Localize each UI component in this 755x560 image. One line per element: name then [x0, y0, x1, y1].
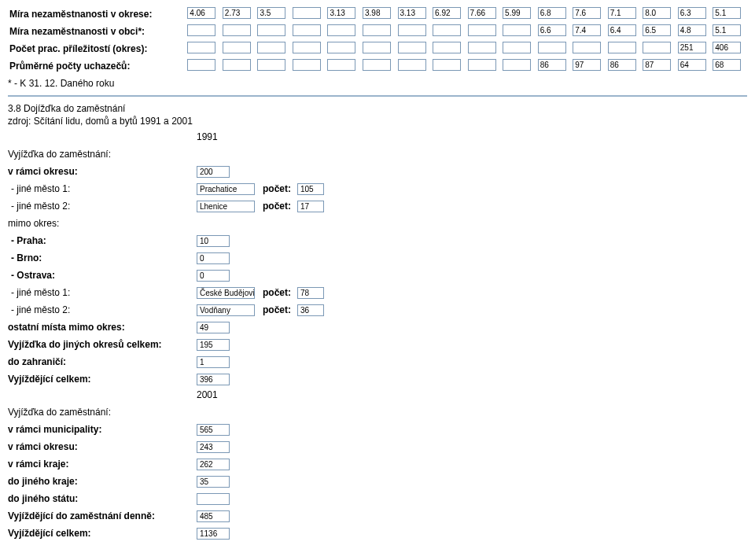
section-divider	[8, 95, 747, 97]
stat-cell	[223, 42, 251, 53]
stat-cell: 7.1	[608, 7, 636, 19]
r1991-label: do zahraničí:	[8, 356, 197, 367]
stat-cell: 3.13	[327, 7, 355, 19]
stat-cell: 7.4	[573, 24, 601, 36]
r1991-label: - jiné město 2:	[8, 304, 197, 315]
stat-cell: 68	[713, 59, 741, 71]
r2001-value-field: 565	[197, 424, 230, 436]
stat-cell	[187, 42, 215, 53]
stat-cell: 6.92	[433, 7, 461, 19]
stat-cell: 251	[678, 42, 706, 53]
r1991-city-field: Vodňany	[197, 304, 255, 316]
r2001-value-field	[197, 493, 230, 505]
stat-cell	[468, 59, 496, 71]
section-3-8-source: zdroj: Sčítání lidu, domů a bytů 1991 a …	[8, 116, 747, 127]
commute-subhead-2001: Vyjížďka do zaměstnání:	[8, 407, 197, 418]
stat-cell: 6.5	[643, 24, 671, 36]
stat-cell	[327, 42, 355, 53]
stat-cell	[433, 24, 461, 36]
stat-cell: 3.13	[398, 7, 426, 19]
r1991-label: - Brno:	[8, 252, 197, 263]
stat-cell	[257, 42, 285, 53]
stat-cell: 5.1	[713, 24, 741, 36]
r1991-label: mimo okres:	[8, 218, 197, 229]
stat-cell: 97	[573, 59, 601, 71]
stat-cell	[327, 24, 355, 36]
r2001-label: v rámci kraje:	[8, 459, 197, 470]
year-1991-label: 1991	[197, 131, 747, 142]
stat-cell	[223, 59, 251, 71]
r2001-value-field: 35	[197, 476, 230, 488]
r2001-value-field: 243	[197, 441, 230, 453]
stat-cell	[187, 59, 215, 71]
stat-cell	[363, 24, 391, 36]
r1991-label: - Praha:	[8, 235, 197, 246]
r1991-count-field: 17	[297, 201, 324, 212]
stat-cell	[433, 42, 461, 53]
stat-cell	[257, 24, 285, 36]
stat-cell	[327, 59, 355, 71]
stat-cell	[398, 24, 426, 36]
r2001-label: Vyjíždějící do zaměstnání denně:	[8, 510, 197, 521]
stat-cell: 6.4	[608, 24, 636, 36]
stat-cell	[293, 7, 321, 19]
stat-cell	[643, 42, 671, 53]
r2001-value-field: 262	[197, 459, 230, 470]
r1991-label: Vyjíždějící celkem:	[8, 374, 197, 385]
stat-cell	[223, 24, 251, 36]
stat-cell	[257, 59, 285, 71]
stat-cell	[293, 59, 321, 71]
commute-subhead-1991: Vyjížďka do zaměstnání:	[8, 149, 197, 160]
top-row-label: Počet prac. příležitostí (okres):	[9, 41, 185, 57]
stat-cell: 7.66	[468, 7, 496, 19]
r1991-label: - jiné město 1:	[8, 287, 197, 298]
stat-cell: 87	[643, 59, 671, 71]
r1991-label: - Ostrava:	[8, 270, 197, 281]
count-label: počet:	[263, 304, 291, 315]
r2001-label: v rámci okresu:	[8, 441, 197, 452]
stat-cell	[573, 42, 601, 53]
r1991-label: ostatní místa mimo okres:	[8, 322, 197, 333]
stat-cell: 86	[608, 59, 636, 71]
r1991-label: - jiné město 2:	[8, 201, 197, 212]
top-stats-table: Míra nezaměstnanosti v okrese:4.062.733.…	[8, 5, 747, 76]
r1991-value-field: 0	[197, 270, 230, 282]
stat-cell	[503, 24, 531, 36]
stat-cell: 6.6	[538, 24, 566, 36]
stat-cell	[433, 59, 461, 71]
stat-cell	[503, 42, 531, 53]
stat-cell: 86	[538, 59, 566, 71]
r2001-label: do jiného státu:	[8, 493, 197, 504]
r1991-value-field: 0	[197, 252, 230, 264]
stat-cell: 6.8	[538, 7, 566, 19]
r2001-value-field: 1136	[197, 528, 230, 540]
r1991-label: v rámci okresu:	[8, 166, 197, 177]
r2001-label: v rámci municipality:	[8, 424, 197, 435]
stat-cell	[608, 42, 636, 53]
stat-cell: 8.0	[643, 7, 671, 19]
r2001-label: Vyjíždějící celkem:	[8, 528, 197, 539]
section-3-8-title: 3.8 Dojížďka do zaměstnání	[8, 103, 747, 114]
stat-cell: 3.98	[363, 7, 391, 19]
r2001-value-field: 485	[197, 510, 230, 522]
r2001-label: do jiného kraje:	[8, 476, 197, 487]
r1991-label: Vyjížďka do jiných okresů celkem:	[8, 339, 197, 350]
r1991-value-field: 195	[197, 339, 230, 351]
stat-cell	[363, 42, 391, 53]
count-label: počet:	[263, 287, 291, 298]
r1991-count-field: 105	[297, 183, 324, 195]
stat-cell: 6.3	[678, 7, 706, 19]
top-row-label: Míra nezaměstnanosti v obci*:	[9, 24, 185, 39]
stat-cell: 4.8	[678, 24, 706, 36]
count-label: počet:	[263, 201, 291, 212]
stat-cell: 4.06	[187, 7, 215, 19]
stat-cell	[293, 24, 321, 36]
stat-cell: 64	[678, 59, 706, 71]
stat-cell	[187, 24, 215, 36]
top-row-label: Průměrné počty uchazečů:	[9, 58, 185, 74]
top-row-label: Míra nezaměstnanosti v okrese:	[9, 6, 185, 22]
stat-cell	[538, 42, 566, 53]
r1991-city-field: Lhenice	[197, 201, 255, 212]
stat-cell	[468, 42, 496, 53]
r1991-value-field: 200	[197, 166, 230, 178]
